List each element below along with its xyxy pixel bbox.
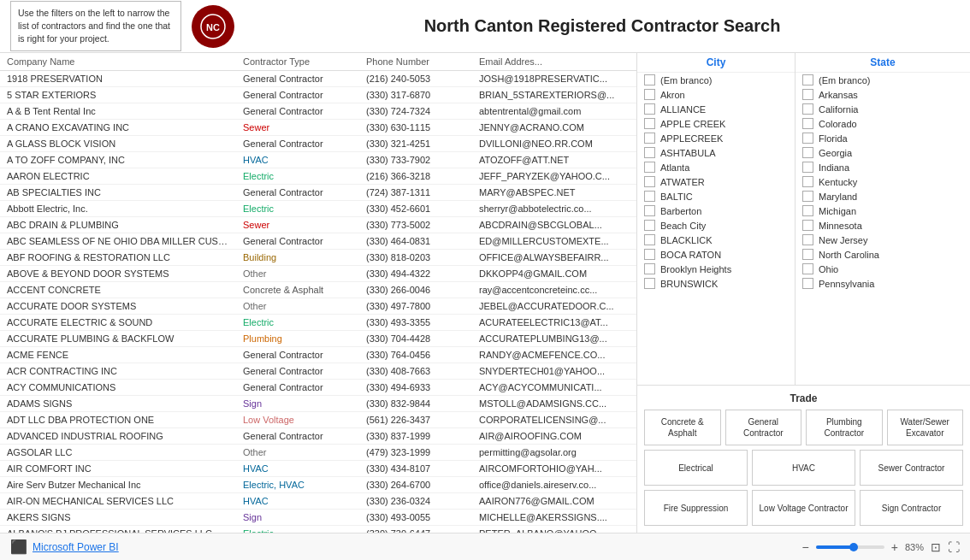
table-row[interactable]: ALBANO'S PJ PROFESSIONAL SERVICES LLC El… xyxy=(0,526,636,533)
fullscreen-icon[interactable]: ⛶ xyxy=(948,540,960,554)
state-checkbox[interactable] xyxy=(802,89,813,100)
table-row[interactable]: Aire Serv Butzer Mechanical Inc Electric… xyxy=(0,477,636,493)
table-row[interactable]: AARON ELECTRIC Electric (216) 366-3218 J… xyxy=(0,168,636,185)
city-filter-item[interactable]: APPLECREEK xyxy=(637,131,795,145)
city-checkbox[interactable] xyxy=(644,103,655,115)
zoom-minus[interactable]: − xyxy=(802,540,809,554)
table-row[interactable]: ABC DRAIN & PLUMBING Sewer (330) 773-500… xyxy=(0,217,636,233)
state-filter-item[interactable]: Pennsylvania xyxy=(796,276,970,291)
city-checkbox[interactable] xyxy=(644,176,655,187)
city-checkbox[interactable] xyxy=(644,205,655,216)
table-row[interactable]: 1918 PRESERVATION General Contractor (21… xyxy=(0,71,636,87)
state-checkbox[interactable] xyxy=(802,162,813,173)
city-filter-item[interactable]: BRUNSWICK xyxy=(637,276,795,291)
city-filter-item[interactable]: BLACKLICK xyxy=(637,233,795,247)
city-filter-item[interactable]: BALTIC xyxy=(637,189,795,203)
table-row[interactable]: ACCURATE PLUMBING & BACKFLOW Plumbing (3… xyxy=(0,331,636,347)
table-row[interactable]: ACR CONTRACTING INC General Contractor (… xyxy=(0,363,636,380)
city-checkbox[interactable] xyxy=(644,278,655,289)
table-row[interactable]: ABOVE & BEYOND DOOR SYSTEMS Other (330) … xyxy=(0,266,636,282)
table-row[interactable]: ACME FENCE General Contractor (330) 764-… xyxy=(0,347,636,363)
trade-item[interactable]: Plumbing Contractor xyxy=(806,410,883,445)
city-filter-item[interactable]: Atlanta xyxy=(637,160,795,174)
state-filter-item[interactable]: Arkansas xyxy=(796,87,970,102)
table-row[interactable]: Abbott Electric, Inc. Electric (330) 452… xyxy=(0,201,636,217)
table-row[interactable]: ABC SEAMLESS OF NE OHIO DBA MILLER CUSTO… xyxy=(0,233,636,250)
table-row[interactable]: A & B Tent Rental Inc General Contractor… xyxy=(0,103,636,120)
city-filter-item[interactable]: APPLE CREEK xyxy=(637,116,795,131)
state-checkbox[interactable] xyxy=(802,133,813,144)
fit-icon[interactable]: ⊡ xyxy=(931,540,941,554)
table-row[interactable]: ADAMS SIGNS Sign (330) 832-9844 MSTOLL@A… xyxy=(0,396,636,412)
city-checkbox[interactable] xyxy=(644,249,655,260)
table-row[interactable]: ABF ROOFING & RESTORATION LLC Building (… xyxy=(0,250,636,266)
state-filter-item[interactable]: Indiana xyxy=(796,160,970,174)
table-row[interactable]: ACCURATE ELECTRIC & SOUND Electric (330)… xyxy=(0,315,636,331)
state-checkbox[interactable] xyxy=(802,74,813,85)
state-filter-item[interactable]: New Jersey xyxy=(796,233,970,247)
state-filter-item[interactable]: California xyxy=(796,102,970,116)
table-row[interactable]: AIR COMFORT INC HVAC (330) 434-8107 AIRC… xyxy=(0,461,636,477)
state-checkbox[interactable] xyxy=(802,147,813,158)
state-checkbox[interactable] xyxy=(802,118,813,129)
table-row[interactable]: ADT LLC DBA PROTECTION ONE Low Voltage (… xyxy=(0,412,636,428)
state-filter-item[interactable]: Maryland xyxy=(796,189,970,203)
city-checkbox[interactable] xyxy=(644,191,655,202)
trade-item[interactable]: Sign Contractor xyxy=(860,490,963,526)
city-filter-item[interactable]: ASHTABULA xyxy=(637,145,795,160)
trade-item[interactable]: Low Voltage Contractor xyxy=(752,490,855,526)
state-filter-item[interactable]: North Carolina xyxy=(796,247,970,262)
city-checkbox[interactable] xyxy=(644,234,655,245)
zoom-plus[interactable]: + xyxy=(891,540,898,554)
table-row[interactable]: AB SPECIALTIES INC General Contractor (7… xyxy=(0,185,636,201)
city-filter-item[interactable]: BOCA RATON xyxy=(637,247,795,262)
trade-item[interactable]: Fire Suppression xyxy=(644,490,748,526)
table-row[interactable]: 5 STAR EXTERIORS General Contractor (330… xyxy=(0,87,636,103)
city-checkbox[interactable] xyxy=(644,74,655,85)
trade-item[interactable]: General Contractor xyxy=(725,410,802,445)
table-row[interactable]: AGSOLAR LLC Other (479) 323-1999 permitt… xyxy=(0,445,636,461)
city-filter-item[interactable]: ATWATER xyxy=(637,174,795,189)
city-checkbox[interactable] xyxy=(644,220,655,231)
state-filter-item[interactable]: Michigan xyxy=(796,203,970,218)
city-checkbox[interactable] xyxy=(644,162,655,173)
table-row[interactable]: AKERS SIGNS Sign (330) 493-0055 MICHELLE… xyxy=(0,510,636,526)
state-filter-item[interactable]: Colorado xyxy=(796,116,970,131)
city-checkbox[interactable] xyxy=(644,147,655,158)
trade-item[interactable]: Water/Sewer Excavator xyxy=(887,410,964,445)
table-row[interactable]: A CRANO EXCAVATING INC Sewer (330) 630-1… xyxy=(0,120,636,136)
state-checkbox[interactable] xyxy=(802,205,813,216)
state-checkbox[interactable] xyxy=(802,234,813,245)
zoom-track[interactable] xyxy=(816,545,884,549)
table-row[interactable]: ACY COMMUNICATIONS General Contractor (3… xyxy=(0,380,636,396)
city-filter-item[interactable]: Brooklyn Heights xyxy=(637,262,795,276)
state-filter-item[interactable]: Minnesota xyxy=(796,218,970,233)
state-checkbox[interactable] xyxy=(802,191,813,202)
table-row[interactable]: ACCENT CONCRETE Concrete & Asphalt (330)… xyxy=(0,282,636,298)
state-checkbox[interactable] xyxy=(802,176,813,187)
table-row[interactable]: AIR-ON MECHANICAL SERVICES LLC HVAC (330… xyxy=(0,493,636,510)
state-filter-item[interactable]: Ohio xyxy=(796,262,970,276)
table-row[interactable]: A TO ZOFF COMPANY, INC HVAC (330) 733-79… xyxy=(0,152,636,168)
state-checkbox[interactable] xyxy=(802,278,813,289)
table-row[interactable]: ADVANCED INDUSTRIAL ROOFING General Cont… xyxy=(0,428,636,445)
city-checkbox[interactable] xyxy=(644,263,655,274)
city-filter-item[interactable]: (Em branco) xyxy=(637,73,795,87)
state-checkbox[interactable] xyxy=(802,249,813,260)
powerbi-link[interactable]: Microsoft Power BI xyxy=(33,541,119,553)
trade-item[interactable]: Sewer Contractor xyxy=(860,450,963,486)
table-row[interactable]: ACCURATE DOOR SYSTEMS Other (330) 497-78… xyxy=(0,298,636,315)
state-filter-item[interactable]: (Em branco) xyxy=(796,73,970,87)
state-checkbox[interactable] xyxy=(802,263,813,274)
city-filter-item[interactable]: Akron xyxy=(637,87,795,102)
table-row[interactable]: A GLASS BLOCK VISION General Contractor … xyxy=(0,136,636,152)
state-filter-item[interactable]: Kentucky xyxy=(796,174,970,189)
city-checkbox[interactable] xyxy=(644,133,655,144)
trade-item[interactable]: Concrete & Asphalt xyxy=(644,410,721,445)
trade-item[interactable]: Electrical xyxy=(644,450,748,486)
city-filter-item[interactable]: ALLIANCE xyxy=(637,102,795,116)
city-checkbox[interactable] xyxy=(644,89,655,100)
state-filter-item[interactable]: Florida xyxy=(796,131,970,145)
city-filter-item[interactable]: Beach City xyxy=(637,218,795,233)
state-checkbox[interactable] xyxy=(802,220,813,231)
